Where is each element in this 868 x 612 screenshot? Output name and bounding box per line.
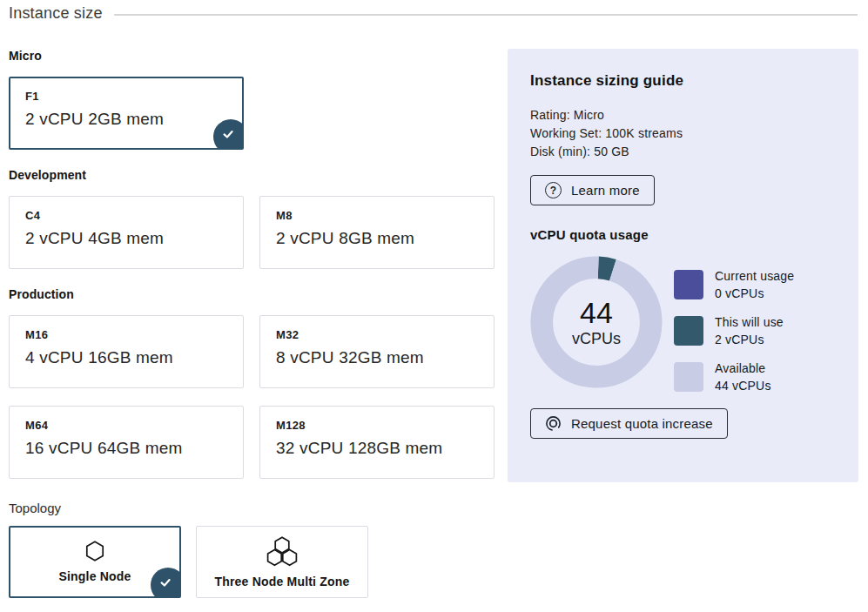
question-circle-icon: ?: [545, 182, 562, 198]
card-spec-label: 2 vCPU 8GB mem: [276, 229, 478, 248]
check-icon: [158, 575, 172, 589]
card-spec-label: 32 vCPU 128GB mem: [276, 439, 478, 458]
section-micro: Micro F1 2 vCPU 2GB mem: [9, 49, 495, 150]
card-spec-label: 2 vCPU 2GB mem: [25, 110, 227, 129]
header-divider: [114, 14, 858, 16]
section-label-production: Production: [9, 287, 495, 301]
instance-sizing-guide-panel: Instance sizing guide Rating: Micro Work…: [508, 49, 858, 482]
legend-swatch-current-usage: [674, 270, 703, 299]
section-label-micro: Micro: [9, 49, 495, 63]
card-spec-label: 2 vCPU 4GB mem: [25, 229, 227, 248]
topology-option-three-node[interactable]: Three Node Multi Zone: [196, 526, 368, 598]
learn-more-label: Learn more: [571, 183, 640, 198]
topology-label: Topology: [9, 501, 495, 515]
production-card-grid: M16 4 vCPU 16GB mem M32 8 vCPU 32GB mem …: [9, 315, 495, 479]
instance-size-page: Instance size Micro F1 2 vCPU 2GB mem: [0, 0, 868, 612]
legend-value: 44 vCPUs: [715, 377, 771, 394]
legend-label: Current usage: [715, 267, 794, 285]
size-card-m128[interactable]: M128 32 vCPU 128GB mem: [259, 406, 495, 479]
legend-row-this-will-use: This will use 2 vCPUs: [674, 313, 794, 348]
topology-option-single-node[interactable]: Single Node: [9, 526, 181, 598]
card-name-label: F1: [25, 90, 227, 103]
size-card-m16[interactable]: M16 4 vCPU 16GB mem: [9, 315, 244, 388]
card-spec-label: 4 vCPU 16GB mem: [25, 348, 227, 367]
check-icon: [221, 127, 235, 141]
card-name-label: M32: [276, 328, 478, 341]
three-hexagons-icon: [264, 536, 300, 567]
content: Micro F1 2 vCPU 2GB mem Developme: [0, 49, 868, 598]
size-selector-column: Micro F1 2 vCPU 2GB mem Developme: [9, 49, 495, 598]
development-card-grid: C4 2 vCPU 4GB mem M8 2 vCPU 8GB mem: [9, 196, 495, 269]
donut-chart: 44 vCPUs: [530, 256, 663, 388]
learn-more-button[interactable]: ? Learn more: [530, 175, 655, 205]
legend-value: 0 vCPUs: [715, 285, 794, 302]
topology-option-label: Three Node Multi Zone: [214, 575, 349, 588]
size-card-c4[interactable]: C4 2 vCPU 4GB mem: [9, 196, 244, 269]
sizing-guide-details: Rating: Micro Working Set: 100K streams …: [530, 106, 836, 161]
legend-row-current-usage: Current usage 0 vCPUs: [674, 267, 794, 302]
request-quota-label: Request quota increase: [571, 416, 713, 431]
page-header: Instance size: [0, 0, 868, 23]
donut-rings: [530, 256, 663, 388]
card-name-label: M64: [25, 419, 227, 432]
micro-card-grid: F1 2 vCPU 2GB mem: [9, 77, 495, 150]
card-spec-label: 16 vCPU 64GB mem: [25, 439, 227, 458]
legend-row-available: Available 44 vCPUs: [674, 360, 794, 394]
rating-detail: Rating: Micro: [530, 106, 836, 124]
legend-label: Available: [715, 360, 771, 377]
selected-check-badge: [213, 119, 244, 150]
size-card-m32[interactable]: M32 8 vCPU 32GB mem: [259, 315, 495, 388]
disk-min-detail: Disk (min): 50 GB: [530, 143, 836, 161]
single-hexagon-icon: [85, 541, 104, 562]
topology-option-label: Single Node: [58, 569, 131, 583]
section-development: Development C4 2 vCPU 4GB mem M8 2 vCPU …: [9, 168, 495, 269]
vcpu-quota-usage-title: vCPU quota usage: [530, 227, 836, 242]
request-quota-increase-button[interactable]: Request quota increase: [530, 408, 728, 439]
card-name-label: C4: [25, 209, 227, 222]
topology-grid: Single Node Three Node: [9, 526, 495, 598]
card-name-label: M8: [276, 209, 478, 222]
size-card-f1[interactable]: F1 2 vCPU 2GB mem: [9, 77, 244, 150]
legend-swatch-available: [674, 362, 703, 392]
selected-check-badge: [151, 568, 181, 598]
card-spec-label: 8 vCPU 32GB mem: [276, 348, 478, 367]
card-name-label: M16: [25, 328, 227, 341]
working-set-detail: Working Set: 100K streams: [530, 124, 836, 143]
sizing-guide-title: Instance sizing guide: [530, 72, 836, 90]
quota-target-icon: [545, 415, 562, 432]
section-topology: Topology Single Node: [9, 501, 495, 598]
section-label-development: Development: [9, 168, 495, 182]
size-card-m64[interactable]: M64 16 vCPU 64GB mem: [9, 406, 244, 479]
legend-label: This will use: [715, 313, 784, 331]
section-production: Production M16 4 vCPU 16GB mem M32 8 vCP…: [9, 287, 495, 479]
vcpu-quota-chart: 44 vCPUs Current usage 0 vCPUs: [530, 256, 836, 394]
size-card-m8[interactable]: M8 2 vCPU 8GB mem: [259, 196, 495, 269]
legend-swatch-this-will-use: [674, 316, 703, 346]
card-name-label: M128: [276, 419, 478, 432]
quota-legend: Current usage 0 vCPUs This will use 2 vC…: [674, 267, 794, 394]
page-title: Instance size: [9, 4, 103, 23]
legend-value: 2 vCPUs: [715, 331, 784, 348]
